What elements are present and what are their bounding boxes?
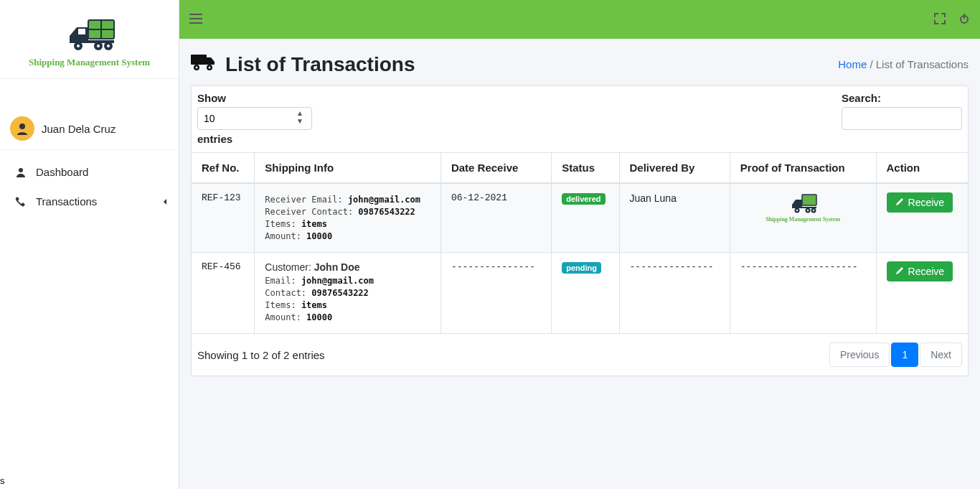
svg-point-31 bbox=[813, 210, 814, 211]
avatar bbox=[10, 116, 34, 141]
cell-ref: REF-456 bbox=[192, 253, 255, 334]
cell-action: Receive bbox=[876, 183, 968, 253]
value: john@gmail.com bbox=[301, 276, 374, 286]
label: Customer: bbox=[265, 261, 314, 273]
length-select[interactable]: 10 bbox=[197, 107, 312, 130]
expand-icon[interactable] bbox=[934, 13, 946, 27]
cell-delivered-by: Juan Luna bbox=[619, 183, 730, 253]
cell-ref: REF-123 bbox=[192, 183, 255, 253]
truck-icon bbox=[191, 52, 217, 77]
pagination: Previous 1 Next bbox=[829, 343, 962, 367]
value: john@gmail.com bbox=[348, 195, 420, 205]
receive-button[interactable]: Receive bbox=[887, 261, 953, 281]
svg-point-13 bbox=[19, 168, 23, 172]
content: List of Transactions Home / List of Tran… bbox=[179, 39, 980, 389]
sidebar-item-dashboard[interactable]: Dashboard bbox=[0, 157, 179, 187]
col-delivered-by[interactable]: Delivered By bbox=[619, 153, 730, 184]
sidebar-item-transactions[interactable]: Transactions bbox=[0, 187, 179, 216]
chevron-left-icon bbox=[161, 195, 169, 208]
brand: Shipping Management System bbox=[0, 0, 179, 79]
pencil-icon bbox=[895, 266, 904, 277]
status-badge: delivered bbox=[562, 193, 605, 205]
value: items bbox=[301, 300, 327, 310]
svg-rect-3 bbox=[78, 29, 85, 34]
col-ref[interactable]: Ref No. bbox=[192, 153, 255, 184]
stray-text: s bbox=[0, 475, 5, 486]
svg-rect-19 bbox=[191, 55, 207, 65]
content-header: List of Transactions Home / List of Tran… bbox=[191, 52, 969, 77]
breadcrumb: Home / List of Transactions bbox=[838, 58, 969, 70]
user-icon bbox=[13, 167, 29, 178]
breadcrumb-current: List of Transactions bbox=[876, 58, 969, 70]
search-label: Search: bbox=[842, 92, 881, 104]
length-control: Show 10 ▲▼ bbox=[197, 92, 312, 130]
col-shipping[interactable]: Shipping Info bbox=[255, 153, 441, 184]
label: Items: bbox=[265, 300, 301, 310]
label: Receiver Email: bbox=[265, 195, 348, 205]
power-icon[interactable] bbox=[958, 13, 970, 27]
col-proof[interactable]: Proof of Transaction bbox=[730, 153, 876, 184]
cell-status: delivered bbox=[552, 183, 619, 253]
search-input[interactable] bbox=[842, 107, 962, 130]
next-button[interactable]: Next bbox=[920, 343, 962, 367]
datatable-bottom: Showing 1 to 2 of 2 entries Previous 1 N… bbox=[192, 334, 968, 376]
nav: Dashboard Transactions bbox=[0, 150, 179, 223]
value: 09876543222 bbox=[311, 288, 368, 298]
page-title: List of Transactions bbox=[191, 52, 415, 77]
value: items bbox=[301, 219, 327, 229]
search-control: Search: bbox=[842, 92, 962, 130]
cell-delivered-by: --------------- bbox=[619, 253, 730, 334]
value: 10000 bbox=[306, 312, 332, 322]
cell-proof: --------------------- bbox=[730, 253, 876, 334]
sidebar: Shipping Management System Juan Dela Cru… bbox=[0, 0, 179, 489]
cell-status: pending bbox=[552, 253, 619, 334]
cell-shipping: Customer: John Doe Email: john@gmail.com… bbox=[255, 253, 441, 334]
receive-button[interactable]: Receive bbox=[887, 192, 953, 213]
label: Receiver Contact: bbox=[265, 207, 358, 217]
table-info: Showing 1 to 2 of 2 entries bbox=[197, 349, 325, 361]
cell-date: --------------- bbox=[440, 253, 551, 334]
svg-rect-14 bbox=[189, 14, 202, 15]
breadcrumb-separator: / bbox=[870, 58, 875, 70]
svg-point-8 bbox=[97, 45, 100, 47]
label: Email: bbox=[265, 276, 301, 286]
transactions-table: Ref No. Shipping Info Date Receive Statu… bbox=[192, 152, 968, 334]
cell-shipping: Receiver Email: john@gmail.com Receiver … bbox=[255, 183, 441, 253]
col-status[interactable]: Status bbox=[552, 153, 619, 184]
page-1-button[interactable]: 1 bbox=[891, 343, 918, 367]
page-title-text: List of Transactions bbox=[225, 53, 415, 76]
cell-action: Receive bbox=[876, 253, 968, 334]
col-date[interactable]: Date Receive bbox=[440, 153, 551, 184]
datatable-top: Show 10 ▲▼ Search: bbox=[192, 86, 968, 130]
label: Contact: bbox=[265, 288, 311, 298]
proof-thumbnail[interactable]: Shipping Management System bbox=[740, 192, 866, 223]
svg-rect-15 bbox=[189, 18, 202, 19]
svg-point-10 bbox=[107, 45, 110, 47]
button-label: Receive bbox=[908, 197, 945, 208]
cell-proof: Shipping Management System bbox=[730, 183, 876, 253]
proof-caption: Shipping Management System bbox=[740, 216, 866, 223]
label: Items: bbox=[265, 219, 301, 229]
label: Amount: bbox=[265, 312, 306, 322]
menu-toggle-icon[interactable] bbox=[189, 12, 202, 27]
cell-date: 06-12-2021 bbox=[440, 183, 551, 253]
svg-point-11 bbox=[19, 124, 25, 129]
col-action[interactable]: Action bbox=[876, 153, 968, 184]
svg-point-27 bbox=[796, 210, 798, 211]
button-label: Receive bbox=[908, 266, 945, 277]
value: 10000 bbox=[306, 231, 332, 241]
svg-point-23 bbox=[209, 67, 211, 69]
table-row: REF-123 Receiver Email: john@gmail.com R… bbox=[192, 183, 968, 253]
phone-icon bbox=[13, 196, 29, 208]
svg-point-21 bbox=[196, 67, 198, 69]
svg-rect-16 bbox=[189, 22, 202, 24]
prev-button[interactable]: Previous bbox=[829, 343, 890, 367]
svg-point-29 bbox=[807, 210, 809, 211]
status-badge: pending bbox=[562, 262, 601, 274]
breadcrumb-home[interactable]: Home bbox=[838, 58, 867, 70]
entries-label: entries bbox=[192, 130, 968, 148]
brand-name: Shipping Management System bbox=[9, 57, 170, 68]
table-row: REF-456 Customer: John Doe Email: john@g… bbox=[192, 253, 968, 334]
topbar bbox=[179, 0, 980, 39]
user-panel[interactable]: Juan Dela Cruz bbox=[0, 108, 179, 150]
